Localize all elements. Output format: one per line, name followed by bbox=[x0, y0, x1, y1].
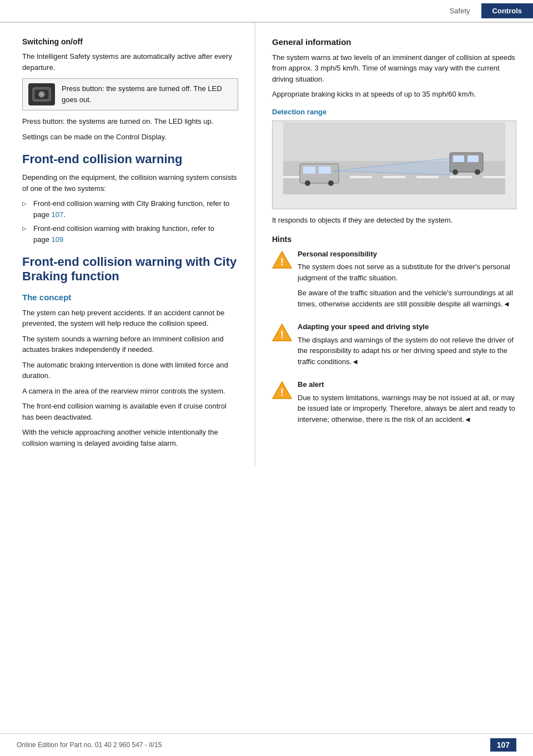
svg-rect-7 bbox=[350, 176, 372, 178]
bullet-item-2: Front-end collision warning with braking… bbox=[22, 223, 238, 245]
svg-rect-9 bbox=[416, 176, 439, 178]
hint-content-3: Be alert Due to system limitations, warn… bbox=[298, 379, 516, 429]
svg-point-16 bbox=[452, 169, 458, 175]
general-info-heading: General information bbox=[272, 36, 516, 49]
front-collision-city-heading: Front-end collision warning with City Br… bbox=[22, 255, 238, 284]
hint2-para: The displays and warnings of the system … bbox=[298, 335, 516, 367]
hints-heading: Hints bbox=[272, 234, 516, 245]
switching-para1: The Intelligent Safety systems are autom… bbox=[22, 51, 238, 73]
svg-text:!: ! bbox=[280, 329, 284, 340]
svg-rect-10 bbox=[450, 176, 472, 178]
button-icon-text: Press button: the systems are turned off… bbox=[62, 83, 232, 105]
main-content: Switching on/off The Intelligent Safety … bbox=[0, 23, 533, 466]
right-column: General information The system warns at … bbox=[255, 23, 533, 466]
svg-point-21 bbox=[305, 180, 310, 186]
front-collision-para1: Depending on the equipment, the collisio… bbox=[22, 172, 238, 194]
page-footer: Online Edition for Part no. 01 40 2 960 … bbox=[0, 733, 533, 756]
svg-point-17 bbox=[475, 169, 480, 175]
general-para2: Appropriate braking kicks in at speeds o… bbox=[272, 89, 516, 100]
svg-rect-20 bbox=[319, 167, 331, 174]
page-header: Safety Controls bbox=[0, 0, 533, 23]
hint3-title: Be alert bbox=[298, 379, 516, 390]
hint3-para: Due to system limitations, warnings may … bbox=[298, 392, 516, 425]
svg-text:!: ! bbox=[280, 387, 284, 398]
left-column: Switching on/off The Intelligent Safety … bbox=[0, 23, 255, 466]
front-collision-heading: Front-end collision warning bbox=[22, 152, 238, 167]
tab-controls[interactable]: Controls bbox=[481, 3, 533, 18]
link-109[interactable]: 109 bbox=[52, 235, 64, 244]
hint1-para2: Be aware of the traffic situation and th… bbox=[298, 288, 516, 309]
bullet-item-1: Front-end collision warning with City Br… bbox=[22, 198, 238, 220]
svg-rect-14 bbox=[453, 155, 464, 162]
concept-heading: The concept bbox=[22, 291, 238, 304]
hint-block-2: ! Adapting your speed and driving style … bbox=[272, 321, 516, 371]
warning-icon-1: ! bbox=[272, 250, 292, 270]
svg-rect-8 bbox=[383, 176, 405, 178]
link-107[interactable]: 107 bbox=[52, 210, 64, 219]
concept-para3: The automatic braking intervention is do… bbox=[22, 360, 238, 381]
concept-para6: With the vehicle approaching another veh… bbox=[22, 427, 238, 448]
svg-point-22 bbox=[328, 180, 334, 186]
hint-content-1: Personal responsibility The system does … bbox=[298, 249, 516, 314]
detection-range-image bbox=[272, 120, 516, 209]
concept-para2: The system sounds a warning before an im… bbox=[22, 334, 238, 355]
concept-para4: A camera in the area of the rearview mir… bbox=[22, 386, 238, 397]
svg-rect-11 bbox=[483, 176, 505, 178]
detection-responds: It responds to objects if they are detec… bbox=[272, 215, 516, 226]
concept-para5: The front-end collision warning is avail… bbox=[22, 401, 238, 422]
hint-block-3: ! Be alert Due to system limitations, wa… bbox=[272, 379, 516, 429]
hint1-title: Personal responsibility bbox=[298, 249, 516, 260]
general-para1: The system warns at two levels of an imm… bbox=[272, 52, 516, 85]
footer-text: Online Edition for Part no. 01 40 2 960 … bbox=[17, 741, 162, 749]
press-on-text: Press button: the systems are turned on.… bbox=[22, 116, 238, 127]
hint-block-1: ! Personal responsibility The system doe… bbox=[272, 249, 516, 314]
button-icon-image bbox=[28, 83, 55, 105]
tab-safety[interactable]: Safety bbox=[439, 3, 481, 18]
settings-text: Settings can be made on the Control Disp… bbox=[22, 132, 238, 143]
svg-text:!: ! bbox=[280, 256, 284, 268]
footer-page-number: 107 bbox=[490, 738, 516, 752]
button-icon-box: Press button: the systems are turned off… bbox=[22, 78, 238, 110]
detection-range-svg bbox=[283, 122, 505, 208]
button-icon-svg bbox=[32, 87, 52, 102]
svg-rect-15 bbox=[467, 155, 479, 162]
bullet-list: Front-end collision warning with City Br… bbox=[22, 198, 238, 245]
switching-heading: Switching on/off bbox=[22, 36, 238, 48]
warning-icon-2: ! bbox=[272, 322, 292, 342]
warning-icon-3: ! bbox=[272, 380, 292, 400]
header-tabs: Safety Controls bbox=[439, 3, 533, 18]
hint2-title: Adapting your speed and driving style bbox=[298, 321, 516, 332]
hint1-para: The system does not serve as a substitut… bbox=[298, 261, 516, 283]
svg-rect-19 bbox=[303, 167, 315, 174]
concept-para1: The ystem can help prevent accidents. If… bbox=[22, 308, 238, 329]
hint-content-2: Adapting your speed and driving style Th… bbox=[298, 321, 516, 371]
detection-range-heading: Detection range bbox=[272, 107, 516, 118]
svg-point-3 bbox=[41, 93, 43, 95]
